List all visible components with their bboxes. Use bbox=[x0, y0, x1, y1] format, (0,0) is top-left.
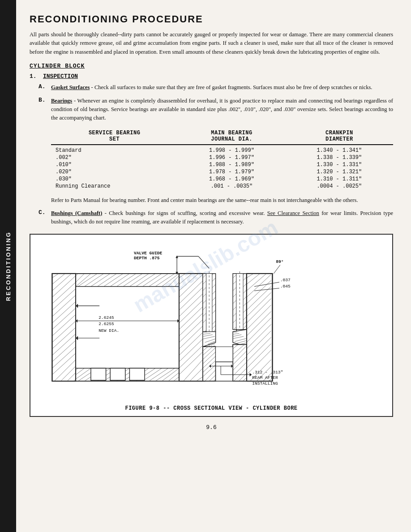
table-row: .010" 1.988 - 1.989" 1.330 - 1.331" bbox=[51, 161, 393, 168]
diagram-caption: FIGURE 9-8 -- CROSS SECTIONAL VIEW - CYL… bbox=[35, 405, 388, 412]
page-title: RECONDITIONING PROCEDURE bbox=[30, 13, 393, 25]
svg-rect-72 bbox=[110, 368, 125, 380]
cell-010-main: 1.988 - 1.989" bbox=[178, 161, 285, 168]
sub-item-a-separator: - bbox=[90, 84, 94, 90]
svg-text:DEPTH .875: DEPTH .875 bbox=[134, 256, 160, 261]
sub-item-b: B. Bearings - Whenever an engine is comp… bbox=[39, 97, 393, 123]
col-crankpin: CRANKPINDIAMETER bbox=[286, 129, 393, 145]
sub-item-b-text: Bearings - Whenever an engine is complet… bbox=[51, 97, 393, 123]
svg-rect-165 bbox=[203, 347, 216, 381]
col-service-bearing: SERVICE BEARINGSET bbox=[51, 129, 178, 145]
svg-rect-125 bbox=[247, 274, 273, 381]
sub-item-c-text: Bushings (Camshaft) - Check bushings for… bbox=[51, 209, 393, 227]
cell-030-main: 1.968 - 1.969" bbox=[178, 176, 285, 183]
cell-020: .020" bbox=[51, 168, 178, 176]
table-row: .030" 1.968 - 1.969" 1.310 - 1.311" bbox=[51, 176, 393, 183]
svg-rect-71 bbox=[91, 368, 106, 380]
sub-item-b-body: Whenever an engine is completely disasse… bbox=[51, 98, 393, 121]
svg-text:2.6255: 2.6255 bbox=[98, 322, 114, 326]
intro-paragraph: All parts should be thoroughly cleaned--… bbox=[30, 30, 393, 56]
table-row: Standard 1.998 - 1.999" 1.340 - 1.341" bbox=[51, 145, 393, 154]
item-1: 1. INSPECTION bbox=[30, 73, 393, 80]
svg-text:NEW DIA.: NEW DIA. bbox=[98, 328, 119, 333]
bearing-note: Refer to Parts Manual for bearing number… bbox=[51, 196, 393, 205]
cylinder-bore-diagram: VALVE GUIDE DEPTH .875 89° .037 .045 2. bbox=[35, 239, 388, 403]
cell-030-crank: 1.310 - 1.311" bbox=[286, 176, 393, 183]
sub-item-c-separator: - bbox=[102, 210, 109, 216]
sub-item-b-letter: B. bbox=[39, 97, 51, 123]
sub-item-c-letter: C. bbox=[39, 209, 51, 227]
cell-std-crank: 1.340 - 1.341" bbox=[286, 145, 393, 154]
svg-text:VALVE GUIDE: VALVE GUIDE bbox=[134, 250, 163, 255]
svg-rect-121 bbox=[236, 274, 243, 330]
cell-running: Running Clearance bbox=[51, 183, 178, 190]
cylinder-block-heading: CYLINDER BLOCK bbox=[30, 63, 393, 69]
cell-002-crank: 1.338 - 1.339" bbox=[286, 154, 393, 161]
cell-030: .030" bbox=[51, 176, 178, 183]
table-header-row: SERVICE BEARINGSET MAIN BEARINGJOURNAL D… bbox=[51, 129, 393, 145]
svg-text:REAM AFTER: REAM AFTER bbox=[252, 375, 278, 380]
sub-item-a-letter: A. bbox=[39, 83, 51, 92]
table-row: .020" 1.978 - 1.979" 1.320 - 1.321" bbox=[51, 168, 393, 176]
cell-002-main: 1.996 - 1.997" bbox=[178, 154, 285, 161]
table-row: .002" 1.996 - 1.997" 1.338 - 1.339" bbox=[51, 154, 393, 161]
table-body: Standard 1.998 - 1.999" 1.340 - 1.341" .… bbox=[51, 145, 393, 190]
cell-010: .010" bbox=[51, 161, 178, 168]
bearing-table-wrapper: SERVICE BEARINGSET MAIN BEARINGJOURNAL D… bbox=[51, 129, 393, 190]
sub-item-b-label: Bearings bbox=[51, 98, 72, 104]
main-content: manualslib.com RECONDITIONING PROCEDURE … bbox=[16, 0, 411, 532]
sub-item-a-label: Gasket Surfaces bbox=[51, 84, 90, 90]
bearing-table: SERVICE BEARINGSET MAIN BEARINGJOURNAL D… bbox=[51, 129, 393, 190]
sub-item-c: C. Bushings (Camshaft) - Check bushings … bbox=[39, 209, 393, 227]
cell-standard: Standard bbox=[51, 145, 178, 154]
cell-020-crank: 1.320 - 1.321" bbox=[286, 168, 393, 176]
svg-text:.312 - .313": .312 - .313" bbox=[252, 370, 283, 375]
cell-std-main: 1.998 - 1.999" bbox=[178, 145, 285, 154]
item-label: INSPECTION bbox=[43, 73, 78, 80]
cell-running-main: .001 - .0035" bbox=[178, 183, 285, 190]
table-row: Running Clearance .001 - .0035" .0004 - … bbox=[51, 183, 393, 190]
sub-item-a-text: Gasket Surfaces - Check all surfaces to … bbox=[51, 83, 372, 92]
svg-rect-74 bbox=[179, 274, 205, 381]
sub-item-c-label: Bushings (Camshaft) bbox=[51, 210, 102, 216]
svg-text:2.6245: 2.6245 bbox=[98, 315, 114, 320]
cell-002: .002" bbox=[51, 154, 178, 161]
page-number: 9.6 bbox=[30, 424, 393, 431]
svg-text:89°: 89° bbox=[276, 259, 283, 264]
svg-text:.045: .045 bbox=[280, 283, 291, 288]
col-main-bearing: MAIN BEARINGJOURNAL DIA. bbox=[178, 129, 285, 145]
sub-item-a-body: Check all surfaces to make sure that the… bbox=[94, 84, 372, 90]
sidebar-label: RECONDITIONING bbox=[5, 231, 12, 301]
svg-text:.037: .037 bbox=[280, 278, 291, 283]
svg-text:INSTALLING: INSTALLING bbox=[252, 381, 278, 386]
cell-020-main: 1.978 - 1.979" bbox=[178, 168, 285, 176]
sidebar: RECONDITIONING bbox=[0, 0, 16, 532]
svg-rect-24 bbox=[76, 274, 179, 287]
sub-item-b-separator: - bbox=[72, 98, 77, 104]
item-number: 1. bbox=[30, 73, 43, 80]
cell-010-crank: 1.330 - 1.331" bbox=[286, 161, 393, 168]
diagram-container: VALVE GUIDE DEPTH .875 89° .037 .045 2. bbox=[30, 234, 393, 417]
svg-rect-66 bbox=[76, 286, 179, 368]
svg-rect-73 bbox=[129, 368, 145, 380]
cell-running-crank: .0004 - .0025" bbox=[286, 183, 393, 190]
sub-item-a: A. Gasket Surfaces - Check all surfaces … bbox=[39, 83, 393, 92]
svg-rect-189 bbox=[216, 347, 233, 362]
svg-rect-188 bbox=[216, 362, 233, 381]
